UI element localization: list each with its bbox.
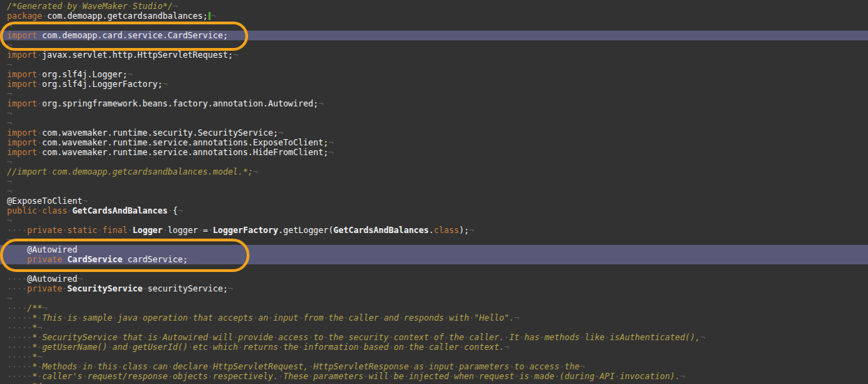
whitespace-dot: · — [188, 342, 193, 352]
whitespace-dot: · — [22, 333, 27, 342]
token-text: ¬ — [7, 40, 12, 50]
newline-marker: ¬ — [469, 225, 474, 235]
whitespace-dot: · — [539, 333, 544, 342]
code-line[interactable]: ·····*/ — [0, 381, 868, 384]
whitespace-dot: · — [17, 371, 22, 381]
whitespace-dot: · — [253, 313, 258, 323]
token-type: SecurityService — [67, 284, 142, 294]
token-text: ¬ — [7, 235, 12, 245]
whitespace-dot: · — [117, 362, 122, 371]
token-text: ¬ — [172, 1, 177, 11]
code-line[interactable]: public·class·GetCardsAndBalances·{¬ — [0, 206, 868, 216]
whitespace-dot: · — [208, 371, 213, 381]
whitespace-dot: · — [505, 333, 509, 342]
code-line[interactable]: ·····*¬ — [0, 323, 868, 333]
code-line[interactable]: ·····*·This·is·sample·java·operation·tha… — [0, 313, 868, 323]
whitespace-dot: · — [37, 362, 42, 371]
code-line[interactable]: import·com.wavemaker.runtime.security.Se… — [0, 128, 868, 138]
whitespace-dot: · — [127, 225, 132, 235]
token-text: ¬ — [7, 294, 12, 303]
token-text: · — [67, 206, 72, 216]
newline-marker: ¬ — [328, 138, 333, 147]
newline-marker: ¬ — [7, 109, 12, 118]
newline-marker: ¬ — [188, 255, 193, 264]
code-line[interactable]: import·com.wavemaker.runtime.service.ann… — [0, 147, 868, 157]
whitespace-dot: · — [142, 333, 147, 342]
code-line[interactable]: ····@Autowired¬ — [0, 274, 868, 284]
code-line[interactable]: import·org.springframework.beans.factory… — [0, 99, 868, 109]
code-line[interactable]: ····private·SecurityService·securityServ… — [0, 284, 868, 294]
code-line[interactable]: ¬ — [0, 21, 868, 31]
code-line[interactable]: ·····*·Methods·in·this·class·can·declare… — [0, 362, 868, 371]
whitespace-dot: · — [37, 206, 42, 216]
code-line[interactable]: import·com.wavemaker.runtime.service.ann… — [0, 138, 868, 147]
token-text: ····· — [7, 333, 32, 342]
token-comment: //import·com.demoapp.getcardsandbalances… — [7, 167, 253, 177]
token-type: GetCardsAndBalances — [334, 225, 429, 235]
whitespace-dot: · — [213, 313, 218, 323]
whitespace-dot: · — [63, 313, 67, 323]
code-line[interactable]: import·org.slf4j.LoggerFactory;¬ — [0, 79, 868, 89]
code-line[interactable]: @ExposeToClient¬ — [0, 196, 868, 206]
token-text: · — [63, 284, 67, 294]
newline-marker: ¬ — [253, 167, 258, 177]
code-line[interactable]: ¬ — [0, 186, 868, 196]
code-line[interactable]: ····private·static·final·Logger·logger·=… — [0, 225, 868, 235]
token-text: ¬ — [7, 177, 12, 186]
code-line[interactable]: ·····*¬ — [0, 352, 868, 362]
code-line[interactable]: ¬ — [0, 264, 868, 274]
whitespace-dot: · — [37, 128, 42, 138]
whitespace-dot: · — [17, 245, 22, 255]
code-line[interactable]: ¬ — [0, 157, 868, 167]
code-line[interactable]: /*Generated·by·WaveMaker·Studio*/¬ — [0, 1, 868, 11]
whitespace-dot: · — [298, 313, 303, 323]
code-line[interactable]: ·····*·getUserName()·and·getUserId()·etc… — [0, 342, 868, 352]
token-text: ¬ — [37, 352, 42, 362]
code-line[interactable]: ¬ — [0, 60, 868, 70]
code-line[interactable]: ¬ — [0, 109, 868, 118]
code-line[interactable]: //import·com.demoapp.getcardsandbalances… — [0, 167, 868, 177]
whitespace-dot: · — [323, 333, 328, 342]
code-line[interactable]: ····private·CardService·cardService;¬ — [0, 255, 868, 264]
whitespace-dot: · — [17, 303, 22, 313]
whitespace-dot: · — [77, 362, 82, 371]
newline-marker: ¬ — [278, 128, 283, 138]
whitespace-dot: · — [63, 255, 67, 264]
newline-marker: ¬ — [82, 196, 87, 206]
token-text: · — [63, 255, 67, 264]
token-text: · — [63, 225, 67, 235]
code-line[interactable]: ¬ — [0, 216, 868, 225]
code-line[interactable]: import·javax.servlet.http.HttpServletReq… — [0, 50, 868, 60]
token-text: ¬ — [505, 342, 509, 352]
whitespace-dot: · — [22, 274, 27, 284]
code-line[interactable]: ·····*·SecurityService·that·is·Autowired… — [0, 333, 868, 342]
code-line[interactable]: ¬ — [0, 89, 868, 99]
whitespace-dot: · — [67, 206, 72, 216]
code-line[interactable]: package·com.demoapp.getcardsandbalances;… — [0, 11, 868, 21]
code-line[interactable]: import·org.slf4j.Logger;¬ — [0, 70, 868, 79]
newline-marker: ¬ — [505, 342, 509, 352]
code-editor[interactable]: /*Generated·by·WaveMaker·Studio*/¬packag… — [0, 0, 868, 384]
code-line[interactable]: ¬ — [0, 40, 868, 50]
whitespace-dot: · — [122, 255, 127, 264]
code-line[interactable]: ¬ — [0, 177, 868, 186]
whitespace-dot: · — [22, 352, 27, 362]
newline-marker: ¬ — [37, 352, 42, 362]
whitespace-dot: · — [233, 333, 238, 342]
code-line[interactable]: ····@Autowired¬ — [0, 245, 868, 255]
whitespace-dot: · — [63, 225, 67, 235]
newline-marker: ¬ — [7, 118, 12, 128]
code-line[interactable]: ¬ — [0, 294, 868, 303]
whitespace-dot: · — [323, 313, 328, 323]
code-line[interactable]: ····/**¬ — [0, 303, 868, 313]
code-line[interactable]: ·····*·caller's·request/response·objects… — [0, 371, 868, 381]
token-comment: *·getUserName()·and·getUserId()·etc·whic… — [32, 342, 504, 352]
code-line[interactable]: ¬ — [0, 118, 868, 128]
whitespace-dot: · — [37, 342, 42, 352]
code-line[interactable]: import·com.demoapp.card.service.CardServ… — [0, 31, 868, 40]
newline-marker: ¬ — [318, 99, 323, 109]
token-text: ·com.wavemaker.runtime.service.annotatio… — [37, 147, 333, 157]
token-text: ¬ — [7, 216, 12, 225]
code-line[interactable]: ¬ — [0, 235, 868, 245]
newline-marker: ¬ — [7, 235, 12, 245]
